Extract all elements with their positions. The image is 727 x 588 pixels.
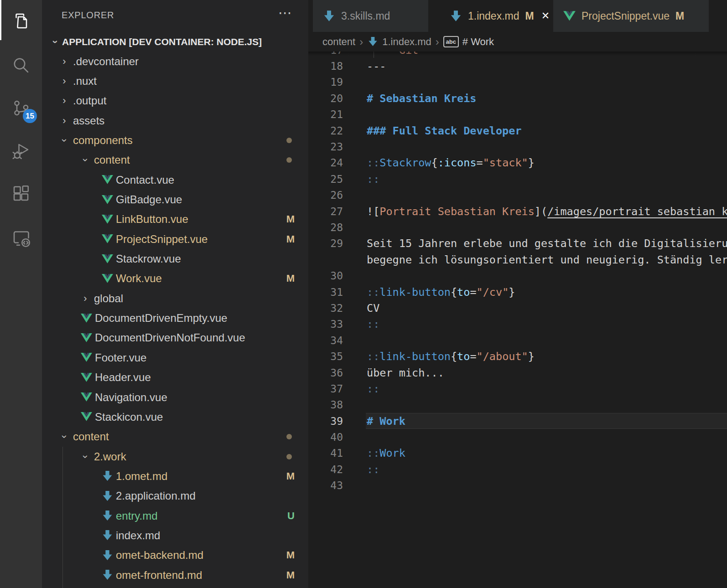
views-and-more-actions-button[interactable]: ⋯ — [278, 5, 293, 21]
chevron-right-icon: › — [57, 96, 71, 106]
remote-explorer-icon[interactable] — [0, 217, 42, 259]
tree-item-1-omet-md[interactable]: 1.omet.mdM — [42, 466, 308, 486]
tree-item-label: Stackicon.vue — [95, 411, 163, 423]
line-number: 42 — [308, 464, 343, 475]
line-content: :: — [367, 382, 379, 395]
breadcrumb-item[interactable]: 1.index.md — [367, 36, 431, 48]
tree-item-index-md[interactable]: index.md — [42, 526, 308, 545]
line-content: # Work — [367, 415, 405, 428]
git-status-badge: M — [286, 549, 295, 561]
tree-item--devcontainer[interactable]: ›.devcontainer — [42, 52, 308, 71]
vue-file-icon — [100, 194, 114, 206]
tree-item-gitbadge-vue[interactable]: GitBadge.vue — [42, 190, 308, 209]
code-line-41: 41::Work — [308, 445, 727, 461]
search-icon[interactable] — [0, 44, 42, 86]
line-number: 23 — [308, 141, 343, 153]
line-number: 24 — [308, 157, 343, 169]
chevron-right-icon: › — [359, 36, 363, 48]
tab-3-skills-md[interactable]: 3.skills.md — [313, 0, 428, 32]
tree-item-2-application-md[interactable]: 2.application.md — [42, 486, 308, 506]
tree-item-label: DocumentDrivenNotFound.vue — [95, 331, 245, 344]
code-line-34: 34 — [308, 332, 727, 348]
line-content: über mich... — [367, 366, 444, 379]
tree-item-label: .devcontainer — [73, 55, 139, 68]
tree-item-contact-vue[interactable]: Contact.vue — [42, 170, 308, 190]
tree-item-label: Contact.vue — [116, 174, 174, 186]
line-number: 28 — [308, 222, 343, 233]
vue-file-icon — [100, 233, 114, 245]
code-line-23: 23 — [308, 139, 727, 155]
tree-item-work-vue[interactable]: Work.vueM — [42, 269, 308, 289]
breadcrumb-item[interactable]: content — [322, 36, 355, 48]
tree-item-omet-frontend-md[interactable]: omet-frontend.mdM — [42, 565, 308, 585]
tree-item-omet-backend-md[interactable]: omet-backend.mdM — [42, 546, 308, 565]
tree-item-header-vue[interactable]: Header.vue — [42, 368, 308, 387]
tree-item-linkbutton-vue[interactable]: LinkButton.vueM — [42, 210, 308, 229]
markdown-file-icon — [100, 490, 114, 502]
string-symbol-icon: abc — [443, 36, 459, 47]
tree-item-content[interactable]: ›content — [42, 427, 308, 447]
tree-item-assets[interactable]: ›assets — [42, 111, 308, 130]
code-line-39: 39# Work — [308, 413, 727, 429]
breadcrumb-item[interactable]: abc# Work — [443, 36, 494, 48]
tree-item-label: GitBadge.vue — [116, 193, 182, 206]
explorer-sidebar: EXPLORER ⋯ › APPLICATION [DEV CONTAINER:… — [42, 0, 308, 588]
source-control-icon[interactable]: 15 — [0, 87, 42, 129]
vue-file-icon — [100, 213, 114, 226]
tree-item-stackicon-vue[interactable]: Stackicon.vue — [42, 407, 308, 427]
tree-item-label: entry.md — [116, 510, 158, 522]
run-debug-icon[interactable] — [0, 130, 42, 172]
code-line-40: 40 — [308, 429, 727, 445]
tab-projectsnippet-vue[interactable]: ProjectSnippet.vueM — [553, 0, 709, 32]
code-line-25: 25:: — [308, 171, 727, 187]
tree-item-global[interactable]: ›global — [42, 289, 308, 308]
git-status-badge: M — [286, 569, 295, 581]
tree-item-footer-vue[interactable]: Footer.vue — [42, 348, 308, 367]
close-icon[interactable]: ✕ — [541, 10, 550, 22]
line-number: 35 — [308, 351, 343, 362]
code-line-26: 26 — [308, 187, 727, 203]
tree-item-navigation-vue[interactable]: Navigation.vue — [42, 387, 308, 407]
tree-item-documentdrivennotfound-vue[interactable]: DocumentDrivenNotFound.vue — [42, 328, 308, 348]
tree-item-stackrow-vue[interactable]: Stackrow.vue — [42, 249, 308, 268]
markdown-file-icon — [100, 549, 114, 562]
vue-file-icon — [79, 371, 93, 384]
code-line-22: 22### Full Stack Developer — [308, 123, 727, 139]
tree-item-components[interactable]: ›components — [42, 130, 308, 150]
breadcrumb-label: 1.index.md — [382, 36, 431, 48]
explorer-section-header[interactable]: › APPLICATION [DEV CONTAINER: NODE.JS] — [42, 33, 308, 51]
line-number: 37 — [308, 383, 343, 395]
editor-pane[interactable]: 17 Git18---1920# Sebastian Kreis2122### … — [308, 0, 727, 588]
tree-item-projectsnippet-vue[interactable]: ProjectSnippet.vueM — [42, 229, 308, 249]
extensions-icon[interactable] — [0, 174, 42, 216]
git-modified-dot-badge — [286, 434, 292, 439]
git-status-badge: M — [286, 273, 295, 284]
scm-changes-badge: 15 — [23, 109, 37, 123]
vue-file-icon — [79, 391, 93, 403]
code-line-35: 35::link-button{to="/about"} — [308, 348, 727, 364]
chevron-right-icon: › — [57, 76, 71, 86]
tree-indent-guide — [62, 447, 63, 588]
chevron-right-icon: › — [57, 116, 71, 126]
tree-item--output[interactable]: ›.output — [42, 91, 308, 111]
line-content: # Sebastian Kreis — [367, 92, 477, 105]
tree-item-label: omet-frontend.md — [116, 569, 202, 582]
code-line-20: 20# Sebastian Kreis — [308, 90, 727, 106]
code-line-37: 37:: — [308, 381, 727, 397]
line-number: 30 — [308, 270, 343, 282]
code-line-27: 27![Portrait Sebastian Kreis](/images/po… — [308, 203, 727, 219]
git-status-badge: M — [286, 470, 295, 482]
line-number: 25 — [308, 173, 343, 185]
vue-file-icon — [100, 273, 114, 285]
editor-lines: 17 Git18---1920# Sebastian Kreis2122### … — [308, 42, 727, 494]
tab-label: ProjectSnippet.vue — [582, 10, 670, 22]
tree-item-entry-md[interactable]: entry.mdU — [42, 506, 308, 526]
tree-item-label: omet-backend.md — [116, 549, 203, 562]
tree-item--nuxt[interactable]: ›.nuxt — [42, 71, 308, 91]
git-status-badge: M — [286, 233, 295, 245]
tree-item-documentdrivenempty-vue[interactable]: DocumentDrivenEmpty.vue — [42, 308, 308, 328]
tree-item-2-work[interactable]: ›2.work — [42, 447, 308, 466]
tab-1-index-md[interactable]: 1.index.mdM✕ — [429, 0, 553, 32]
explorer-icon[interactable] — [0, 0, 42, 42]
tree-item-content[interactable]: ›content — [42, 150, 308, 170]
